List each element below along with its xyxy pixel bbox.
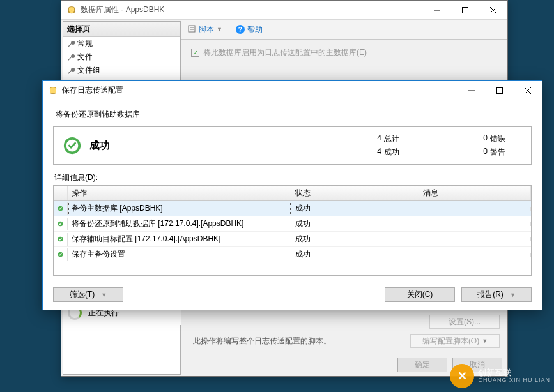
total-count: 4 xyxy=(364,133,381,144)
error-count: 0 xyxy=(470,133,488,144)
report-button[interactable]: 报告(R) ▼ xyxy=(461,287,532,302)
sidebar-header: 选择页 xyxy=(63,22,180,37)
help-icon: ? xyxy=(236,25,245,34)
status-label: 成功 xyxy=(89,139,110,153)
status-box: 成功 4总计 0错误 4成功 0警告 xyxy=(53,126,532,165)
chevron-down-icon: ▼ xyxy=(510,292,516,298)
sidebar-item-filegroups[interactable]: 文件组 xyxy=(63,64,180,77)
close-button[interactable] xyxy=(514,81,542,100)
sidebar-item-general[interactable]: 常规 xyxy=(63,37,180,50)
primary-db-checkbox-row[interactable]: ✓ 将此数据库启用为日志传送配置中的主数据库(E) xyxy=(191,47,497,58)
database-icon xyxy=(66,5,77,15)
chevron-down-icon: ▼ xyxy=(482,338,488,344)
success-label: 成功 xyxy=(384,147,416,158)
warn-label: 警告 xyxy=(490,147,522,158)
warn-count: 0 xyxy=(470,147,488,158)
success-icon xyxy=(58,220,63,229)
grid-header: 操作 状态 消息 xyxy=(54,186,531,201)
back-titlebar[interactable]: 数据库属性 - AppsDBHK xyxy=(61,1,507,20)
script-icon xyxy=(187,24,196,35)
minimize-button[interactable] xyxy=(423,1,451,19)
col-status[interactable]: 状态 xyxy=(291,186,419,200)
sidebar-item-files[interactable]: 文件 xyxy=(63,50,180,64)
grid-row[interactable]: 将备份还原到辅助数据库 [172.17.0.4].[AppsDBHK] 成功 xyxy=(54,216,531,232)
toolbar: 脚本 ▼ ? 帮助 xyxy=(181,20,507,40)
toolbar-script[interactable]: 脚本 xyxy=(199,24,214,35)
front-titlebar[interactable]: 保存日志传送配置 xyxy=(43,81,542,100)
grid-row[interactable]: 保存辅助目标配置 [172.17.0.4].[AppsDBHK] 成功 xyxy=(54,232,531,247)
success-icon xyxy=(58,250,63,259)
hint-text: 此操作将编写整个日志传送配置的脚本。 xyxy=(193,336,331,347)
maximize-button[interactable] xyxy=(451,1,479,19)
close-dialog-button[interactable]: 关闭(C) xyxy=(385,287,455,302)
chevron-down-icon: ▼ xyxy=(101,292,107,298)
grid-row[interactable]: 备份主数据库 [AppsDBHK] 成功 xyxy=(54,201,531,216)
toolbar-help[interactable]: 帮助 xyxy=(247,24,263,35)
col-message[interactable]: 消息 xyxy=(419,186,531,200)
toolbar-separator xyxy=(229,24,229,35)
back-title: 数据库属性 - AppsDBHK xyxy=(81,4,164,15)
svg-rect-6 xyxy=(189,26,195,32)
close-button[interactable] xyxy=(479,1,507,19)
watermark-logo-icon: ✕ xyxy=(450,364,474,388)
stats-grid: 4总计 0错误 4成功 0警告 xyxy=(364,133,522,158)
minimize-button[interactable] xyxy=(458,81,486,100)
database-icon xyxy=(48,86,58,96)
svg-rect-3 xyxy=(463,7,468,13)
grid-row[interactable]: 保存主备份设置 成功 xyxy=(54,247,531,262)
watermark: ✕ 创新互联 CHUANG XIN HU LIAN xyxy=(450,364,550,388)
ok-button: 确定 xyxy=(397,358,447,372)
success-icon xyxy=(58,204,63,213)
success-count: 4 xyxy=(364,147,381,158)
wrench-icon xyxy=(67,67,75,75)
svg-rect-11 xyxy=(497,87,503,93)
total-label: 总计 xyxy=(384,133,416,144)
chevron-down-icon[interactable]: ▼ xyxy=(217,26,222,33)
checkbox-icon[interactable]: ✓ xyxy=(191,49,199,57)
front-title: 保存日志传送配置 xyxy=(62,85,123,96)
success-icon xyxy=(58,235,63,244)
detail-grid[interactable]: 操作 状态 消息 备份主数据库 [AppsDBHK] 成功 将备份还原到辅助数据… xyxy=(53,185,532,276)
save-log-shipping-dialog: 保存日志传送配置 将备份还原到辅助数据库 成功 4总计 0错误 4成功 0警告 … xyxy=(42,80,542,310)
checkbox-label: 将此数据库启用为日志传送配置中的主数据库(E) xyxy=(203,47,367,58)
col-operation[interactable]: 操作 xyxy=(68,186,291,200)
wrench-icon xyxy=(67,54,75,61)
detail-label: 详细信息(D): xyxy=(54,172,532,183)
success-icon xyxy=(63,136,82,155)
settings-button: 设置(S)... xyxy=(429,315,500,329)
wrench-icon xyxy=(67,40,75,48)
maximize-button[interactable] xyxy=(486,81,514,100)
script-config-button: 编写配置脚本(O) ▼ xyxy=(410,334,500,348)
filter-button[interactable]: 筛选(T) ▼ xyxy=(53,287,123,302)
subheading: 将备份还原到辅助数据库 xyxy=(56,109,532,120)
watermark-sub: CHUANG XIN HU LIAN xyxy=(478,377,550,384)
right-bottom-area: 设置(S)... 此操作将编写整个日志传送配置的脚本。 编写配置脚本(O) ▼ xyxy=(193,315,500,353)
watermark-main: 创新互联 xyxy=(478,368,550,377)
error-label: 错误 xyxy=(490,133,522,144)
